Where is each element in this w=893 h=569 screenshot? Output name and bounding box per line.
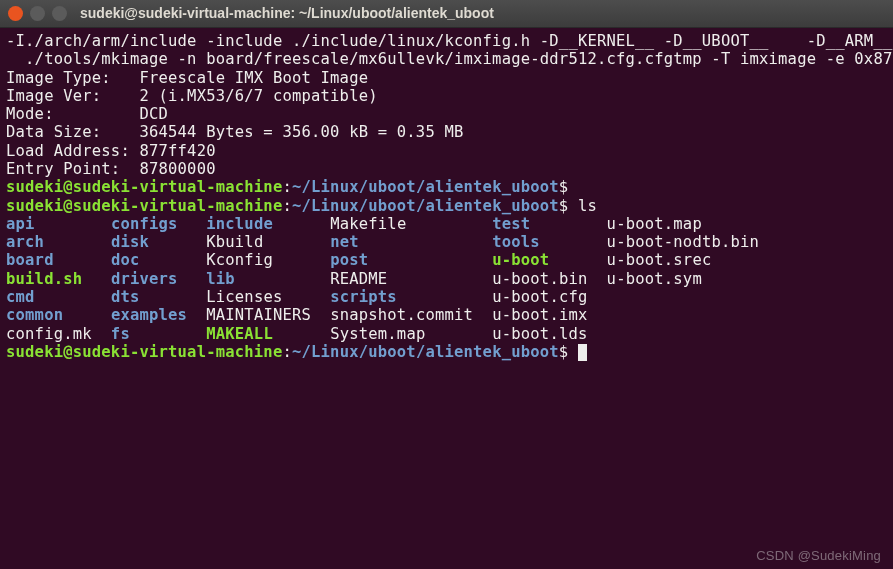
ls-dir: arch [6, 233, 44, 251]
ls-dir: test [492, 215, 530, 233]
ls-file: u-boot.sym [607, 270, 779, 288]
ls-dir: configs [111, 215, 178, 233]
prompt-path: ~/Linux/uboot/alientek_uboot [292, 178, 559, 196]
ls-dir: board [6, 251, 54, 269]
cursor [578, 344, 587, 361]
prompt-dollar: $ [559, 178, 569, 196]
ls-dir: scripts [330, 288, 397, 306]
minimize-icon[interactable] [30, 6, 45, 21]
ls-dir: lib [206, 270, 235, 288]
ls-file: Kbuild [206, 233, 330, 251]
ls-file: u-boot.bin [492, 270, 606, 288]
prompt-dollar: $ [559, 197, 569, 215]
info-line: Mode: DCD [6, 105, 168, 123]
ls-file: README [330, 270, 492, 288]
ls-dir: net [330, 233, 359, 251]
ls-file: snapshot.commit [330, 306, 492, 324]
ls-dir: doc [111, 251, 140, 269]
info-line: Load Address: 877ff420 [6, 142, 216, 160]
ls-file: u-boot.map [607, 215, 779, 233]
ls-dir: common [6, 306, 63, 324]
titlebar: sudeki@sudeki-virtual-machine: ~/Linux/u… [0, 0, 893, 28]
ls-file: u-boot.cfg [492, 288, 606, 306]
ls-dir: api [6, 215, 35, 233]
ls-dir: include [206, 215, 273, 233]
compile-output: -I./arch/arm/include -include ./include/… [6, 32, 893, 50]
watermark: CSDN @SudekiMing [756, 548, 881, 563]
ls-dir: examples [111, 306, 187, 324]
ls-file [607, 306, 779, 324]
prompt-path: ~/Linux/uboot/alientek_uboot [292, 197, 559, 215]
ls-exec: build.sh [6, 270, 82, 288]
ls-file: u-boot.srec [607, 251, 779, 269]
ls-file: Kconfig [206, 251, 330, 269]
ls-exec: u-boot [492, 251, 549, 269]
ls-exec: MAKEALL [206, 325, 273, 343]
command-ls: ls [568, 197, 597, 215]
ls-dir: post [330, 251, 368, 269]
ls-file [607, 325, 779, 343]
terminal[interactable]: -I./arch/arm/include -include ./include/… [0, 28, 893, 569]
ls-dir: drivers [111, 270, 178, 288]
ls-file: u-boot.lds [492, 325, 606, 343]
prompt-user: sudeki@sudeki-virtual-machine [6, 197, 282, 215]
info-line: Entry Point: 87800000 [6, 160, 216, 178]
ls-file [607, 288, 779, 306]
prompt-dollar: $ [559, 343, 569, 361]
ls-output: api configs include Makefile test u-boot… [6, 215, 778, 343]
mkimage-output: ./tools/mkimage -n board/freescale/mx6ul… [6, 50, 893, 68]
ls-file: Makefile [330, 215, 492, 233]
maximize-icon[interactable] [52, 6, 67, 21]
ls-dir: tools [492, 233, 540, 251]
window-title: sudeki@sudeki-virtual-machine: ~/Linux/u… [80, 5, 494, 22]
ls-file: u-boot.imx [492, 306, 606, 324]
ls-file: config.mk [6, 325, 111, 343]
ls-dir: dts [111, 288, 140, 306]
ls-dir: disk [111, 233, 149, 251]
ls-dir: fs [111, 325, 130, 343]
prompt-path: ~/Linux/uboot/alientek_uboot [292, 343, 559, 361]
close-icon[interactable] [8, 6, 23, 21]
ls-dir: cmd [6, 288, 35, 306]
ls-file: u-boot-nodtb.bin [607, 233, 779, 251]
ls-file: Licenses [206, 288, 330, 306]
prompt-user: sudeki@sudeki-virtual-machine [6, 343, 282, 361]
info-line: Data Size: 364544 Bytes = 356.00 kB = 0.… [6, 123, 464, 141]
prompt-user: sudeki@sudeki-virtual-machine [6, 178, 282, 196]
ls-file: System.map [330, 325, 492, 343]
ls-file: MAINTAINERS [206, 306, 330, 324]
info-line: Image Ver: 2 (i.MX53/6/7 compatible) [6, 87, 378, 105]
info-line: Image Type: Freescale IMX Boot Image [6, 69, 368, 87]
